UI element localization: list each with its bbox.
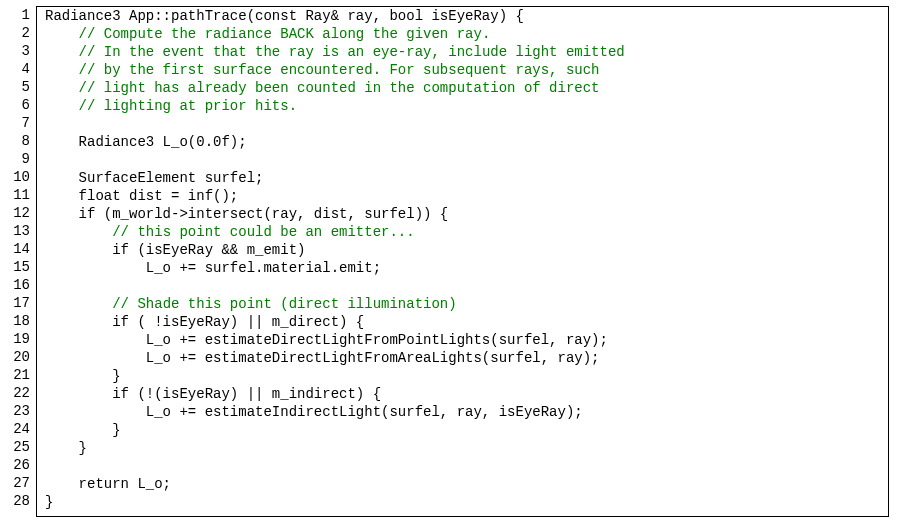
line-number: 27 (6, 474, 30, 492)
line-number: 17 (6, 294, 30, 312)
line-number: 6 (6, 96, 30, 114)
code-line (45, 151, 880, 169)
code-line: // Shade this point (direct illumination… (45, 295, 880, 313)
code-line: Radiance3 L_o(0.0f); (45, 133, 880, 151)
code-line: // this point could be an emitter... (45, 223, 880, 241)
code-line: // by the first surface encountered. For… (45, 61, 880, 79)
code-line: if (isEyeRay && m_emit) (45, 241, 880, 259)
code-line: SurfaceElement surfel; (45, 169, 880, 187)
code-line (45, 277, 880, 295)
line-number: 1 (6, 6, 30, 24)
code-text: float dist = inf(); (45, 188, 238, 204)
code-comment: // Compute the radiance BACK along the g… (79, 26, 491, 42)
page-wrap: 1234567891011121314151617181920212223242… (0, 0, 897, 523)
code-text: L_o += estimateDirectLightFromAreaLights… (45, 350, 600, 366)
code-comment: // this point could be an emitter... (112, 224, 414, 240)
code-line: if (!(isEyeRay) || m_indirect) { (45, 385, 880, 403)
code-comment: // light has already been counted in the… (79, 80, 600, 96)
line-number: 16 (6, 276, 30, 294)
code-text: L_o += surfel.material.emit; (45, 260, 381, 276)
line-number: 20 (6, 348, 30, 366)
code-comment: // Shade this point (direct illumination… (112, 296, 456, 312)
code-line: if ( !isEyeRay) || m_direct) { (45, 313, 880, 331)
code-comment: // by the first surface encountered. For… (79, 62, 600, 78)
code-line: } (45, 493, 880, 511)
code-text: } (45, 368, 121, 384)
code-line: } (45, 421, 880, 439)
line-number: 10 (6, 168, 30, 186)
code-line: // In the event that the ray is an eye-r… (45, 43, 880, 61)
code-text (45, 296, 112, 312)
code-comment: // lighting at prior hits. (79, 98, 297, 114)
line-number: 9 (6, 150, 30, 168)
code-text: return L_o; (45, 476, 171, 492)
code-listing: 1234567891011121314151617181920212223242… (6, 6, 889, 517)
code-line: // lighting at prior hits. (45, 97, 880, 115)
line-number-gutter: 1234567891011121314151617181920212223242… (6, 6, 36, 517)
code-text: if ( !isEyeRay) || m_direct) { (45, 314, 364, 330)
code-text: } (45, 422, 121, 438)
code-text: Radiance3 L_o(0.0f); (45, 134, 247, 150)
code-line (45, 457, 880, 475)
line-number: 23 (6, 402, 30, 420)
line-number: 18 (6, 312, 30, 330)
code-line: L_o += estimateIndirectLight(surfel, ray… (45, 403, 880, 421)
code-text: L_o += estimateIndirectLight(surfel, ray… (45, 404, 583, 420)
code-line (45, 115, 880, 133)
line-number: 12 (6, 204, 30, 222)
line-number: 28 (6, 492, 30, 510)
code-text: if (!(isEyeRay) || m_indirect) { (45, 386, 381, 402)
code-text (45, 26, 79, 42)
code-text (45, 62, 79, 78)
line-number: 19 (6, 330, 30, 348)
line-number: 4 (6, 60, 30, 78)
line-number: 25 (6, 438, 30, 456)
code-line: return L_o; (45, 475, 880, 493)
code-line: L_o += estimateDirectLightFromPointLight… (45, 331, 880, 349)
line-number: 3 (6, 42, 30, 60)
code-line: // Compute the radiance BACK along the g… (45, 25, 880, 43)
code-text: if (isEyeRay && m_emit) (45, 242, 305, 258)
line-number: 5 (6, 78, 30, 96)
code-text (45, 98, 79, 114)
code-text: L_o += estimateDirectLightFromPointLight… (45, 332, 608, 348)
code-text: if (m_world->intersect(ray, dist, surfel… (45, 206, 448, 222)
code-line: L_o += surfel.material.emit; (45, 259, 880, 277)
code-line: } (45, 367, 880, 385)
line-number: 21 (6, 366, 30, 384)
code-text (45, 224, 112, 240)
code-frame: Radiance3 App::pathTrace(const Ray& ray,… (36, 6, 889, 517)
line-number: 22 (6, 384, 30, 402)
code-text: SurfaceElement surfel; (45, 170, 263, 186)
line-number: 7 (6, 114, 30, 132)
line-number: 8 (6, 132, 30, 150)
code-text (45, 80, 79, 96)
line-number: 24 (6, 420, 30, 438)
line-number: 14 (6, 240, 30, 258)
code-line: // light has already been counted in the… (45, 79, 880, 97)
code-line: } (45, 439, 880, 457)
code-comment: // In the event that the ray is an eye-r… (79, 44, 625, 60)
code-line: Radiance3 App::pathTrace(const Ray& ray,… (45, 7, 880, 25)
code-line: if (m_world->intersect(ray, dist, surfel… (45, 205, 880, 223)
code-text (45, 44, 79, 60)
code-line: L_o += estimateDirectLightFromAreaLights… (45, 349, 880, 367)
line-number: 2 (6, 24, 30, 42)
line-number: 15 (6, 258, 30, 276)
line-number: 13 (6, 222, 30, 240)
code-text: } (45, 494, 53, 510)
line-number: 26 (6, 456, 30, 474)
code-text: Radiance3 App::pathTrace(const Ray& ray,… (45, 8, 524, 24)
code-line: float dist = inf(); (45, 187, 880, 205)
line-number: 11 (6, 186, 30, 204)
code-text: } (45, 440, 87, 456)
